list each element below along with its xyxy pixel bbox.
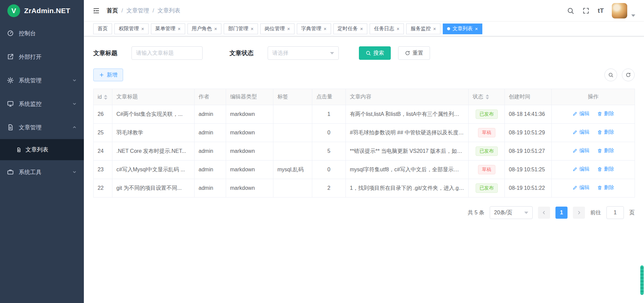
delete-button[interactable]: 删除 xyxy=(597,147,614,154)
close-icon[interactable]: × xyxy=(433,26,436,31)
gear-icon xyxy=(7,77,14,84)
tab-user-role[interactable]: 用户角色× xyxy=(187,24,222,34)
tab-menu-admin[interactable]: 菜单管理× xyxy=(151,24,185,34)
tab-label: 文章列表 xyxy=(452,26,473,32)
edit-icon xyxy=(572,148,578,154)
breadcrumb-home[interactable]: 首页 xyxy=(107,7,118,14)
tab-label: 部门管理 xyxy=(228,26,248,32)
toggle-search-button[interactable] xyxy=(604,69,617,81)
sidebar-fold-button[interactable] xyxy=(93,7,100,14)
cell-id: 26 xyxy=(94,105,112,124)
cell-editor: markdown xyxy=(226,124,273,142)
column-header-status[interactable]: 状态 xyxy=(469,89,505,105)
logo-title: ZrAdmin.NET xyxy=(24,7,70,15)
sidebar-item-article-list[interactable]: 文章列表 xyxy=(0,139,84,160)
add-button-label: 新增 xyxy=(107,72,117,79)
article-title-label: 文章标题 xyxy=(93,49,117,57)
cell-created: 08-19 10:51:27 xyxy=(505,142,552,161)
close-icon[interactable]: × xyxy=(178,26,181,31)
pagination-total: 共 5 条 xyxy=(468,209,484,216)
sort-icon[interactable] xyxy=(104,95,107,100)
avatar[interactable] xyxy=(612,3,627,18)
tab-label: 服务监控 xyxy=(411,26,431,32)
column-header-id[interactable]: id xyxy=(94,89,112,105)
tab-home[interactable]: 首页 xyxy=(93,24,112,34)
edit-button[interactable]: 编辑 xyxy=(572,111,589,117)
chevron-down-icon xyxy=(72,169,77,175)
sidebar-item-label: 控制台 xyxy=(19,30,36,37)
refresh-table-button[interactable] xyxy=(622,69,635,81)
sidebar-item-system-admin[interactable]: 系统管理 xyxy=(0,69,84,92)
prev-page-button[interactable] xyxy=(538,207,550,219)
cell-created: 08-18 14:41:36 xyxy=(505,105,552,124)
close-icon[interactable]: × xyxy=(287,26,290,31)
table-row: 25 羽毛球教学 admin markdown 0 #羽毛球拍参数说明 ## 中… xyxy=(94,124,635,142)
cell-created: 08-19 10:51:22 xyxy=(505,179,552,198)
toolbox-icon xyxy=(7,168,14,176)
refresh-icon xyxy=(405,50,410,56)
search-button-label: 搜索 xyxy=(373,50,384,57)
search-button[interactable]: 搜索 xyxy=(359,46,391,60)
tab-department[interactable]: 部门管理× xyxy=(224,24,258,34)
tab-cron-task[interactable]: 定时任务× xyxy=(333,24,368,34)
close-icon[interactable]: × xyxy=(251,26,254,31)
avatar-dropdown-caret-icon[interactable] xyxy=(631,14,635,17)
breadcrumb-article-admin[interactable]: 文章管理 xyxy=(126,7,149,14)
close-icon[interactable]: × xyxy=(141,26,144,31)
cell-tags xyxy=(273,142,312,161)
edit-icon xyxy=(572,111,578,117)
close-icon[interactable]: × xyxy=(214,26,217,31)
goto-page-input[interactable] xyxy=(606,206,624,219)
tab-permission[interactable]: 权限管理× xyxy=(114,24,149,34)
add-button[interactable]: 新增 xyxy=(93,69,123,81)
next-page-button[interactable] xyxy=(573,207,585,219)
edit-button[interactable]: 编辑 xyxy=(572,166,589,172)
close-icon[interactable]: × xyxy=(360,26,363,31)
delete-button[interactable]: 删除 xyxy=(597,129,614,135)
close-icon[interactable]: × xyxy=(396,26,399,31)
fullscreen-button[interactable] xyxy=(582,7,590,14)
header-search-button[interactable] xyxy=(567,7,574,14)
sort-icon[interactable] xyxy=(486,94,489,99)
cell-author: admin xyxy=(195,105,226,124)
delete-button[interactable]: 删除 xyxy=(597,184,614,191)
article-title-input[interactable] xyxy=(131,46,203,60)
article-status-select[interactable]: 请选择 xyxy=(268,46,339,60)
edit-icon xyxy=(572,185,578,190)
cell-editor: markdown xyxy=(226,105,273,124)
cell-tags: mysql,乱码 xyxy=(273,161,312,179)
tab-article-list[interactable]: 文章列表× xyxy=(443,24,482,34)
tab-post[interactable]: 岗位管理× xyxy=(260,24,294,34)
sidebar-item-external-open[interactable]: 外部打开 xyxy=(0,45,84,69)
delete-button[interactable]: 删除 xyxy=(597,111,614,117)
logo[interactable]: V ZrAdmin.NET xyxy=(0,0,84,21)
sidebar-item-dashboard[interactable]: 控制台 xyxy=(0,21,84,45)
reset-button[interactable]: 重置 xyxy=(398,46,430,60)
delete-button[interactable]: 删除 xyxy=(597,166,614,172)
page-number-button[interactable]: 1 xyxy=(555,207,568,219)
edit-button[interactable]: 编辑 xyxy=(572,129,589,135)
page-size-select[interactable]: 20条/页 xyxy=(490,206,533,219)
search-icon xyxy=(366,50,371,56)
edit-button[interactable]: 编辑 xyxy=(572,147,589,154)
edit-button[interactable]: 编辑 xyxy=(572,184,589,191)
chevron-down-icon xyxy=(72,101,77,106)
cell-content: 有两个list,listA 和listB，listA中有三个属性列为St... xyxy=(346,105,469,124)
tab-label: 字典管理 xyxy=(301,26,321,32)
column-header-clicks: 点击量 xyxy=(312,89,346,105)
sidebar-item-article-admin[interactable]: 文章管理 xyxy=(0,116,84,139)
status-badge: 草稿 xyxy=(478,128,495,137)
reset-button-label: 重置 xyxy=(413,50,423,57)
scrollbar-thumb[interactable] xyxy=(640,265,644,295)
cell-clicks: 1 xyxy=(312,105,346,124)
font-size-button[interactable]: tT xyxy=(598,7,604,14)
tab-task-log[interactable]: 任务日志× xyxy=(370,24,404,34)
close-icon[interactable]: × xyxy=(324,26,327,31)
tab-service-monitor[interactable]: 服务监控× xyxy=(406,24,440,34)
refresh-icon xyxy=(626,72,631,78)
tab-dict[interactable]: 字典管理× xyxy=(297,24,331,34)
cell-status: 已发布 xyxy=(469,142,505,161)
close-icon[interactable]: × xyxy=(475,26,478,31)
sidebar-item-system-monitor[interactable]: 系统监控 xyxy=(0,92,84,116)
sidebar-item-system-tools[interactable]: 系统工具 xyxy=(0,160,84,184)
